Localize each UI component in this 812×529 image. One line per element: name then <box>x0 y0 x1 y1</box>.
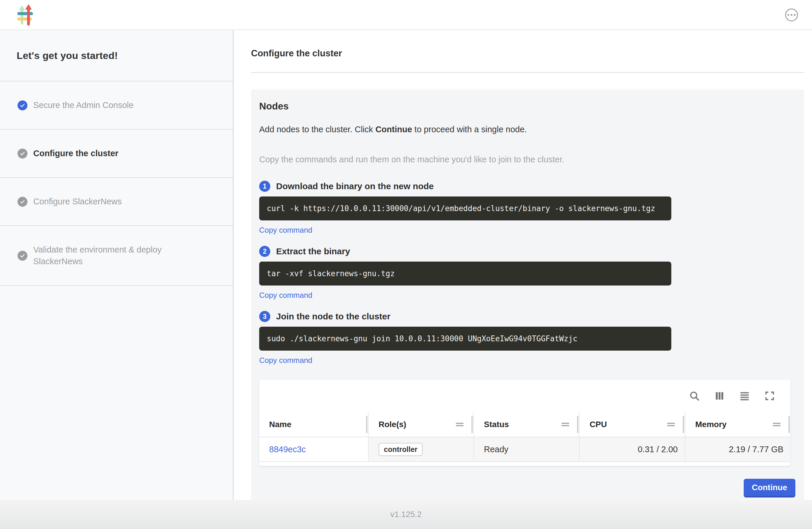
nodes-section-title: Nodes <box>259 101 795 112</box>
step-3-header: 3 Join the node to the cluster <box>259 311 795 322</box>
sidebar-item-validate-deploy[interactable]: Validate the environment & deploy Slacke… <box>0 226 233 286</box>
app-footer: v1.125.2 <box>0 500 812 529</box>
ellipsis-dot <box>794 14 796 16</box>
fullscreen-icon[interactable] <box>764 390 775 401</box>
column-label: Status <box>484 420 509 429</box>
step-1-copy-command-link[interactable]: Copy command <box>259 226 312 235</box>
table-toolbar <box>259 380 791 412</box>
columns-icon[interactable] <box>714 390 725 401</box>
app-window: Let's get you started! Secure the Admin … <box>0 0 812 529</box>
step-1-command-box: curl -k https://10.0.0.11:30000/api/v1/e… <box>259 197 671 220</box>
check-circle-icon <box>17 251 27 261</box>
sidebar-title: Let's get you started! <box>0 30 233 82</box>
sidebar-item-configure-slackernews[interactable]: Configure SlackerNews <box>0 178 233 226</box>
column-menu-icon[interactable] <box>456 423 464 426</box>
ellipsis-dot <box>787 14 789 16</box>
step-3-command-box: sudo ./slackernews-gnu join 10.0.0.11:30… <box>259 327 671 351</box>
slackernews-logo-icon <box>17 4 34 26</box>
column-header-cpu[interactable]: CPU <box>579 412 685 437</box>
continue-button[interactable]: Continue <box>744 479 795 498</box>
column-header-roles[interactable]: Role(s) <box>368 412 474 437</box>
step-1-header: 1 Download the binary on the new node <box>259 181 795 192</box>
step-3-title: Join the node to the cluster <box>276 312 391 321</box>
column-label: Memory <box>695 420 726 429</box>
column-label: Role(s) <box>379 420 406 429</box>
node-name-link[interactable]: 8849ec3c <box>269 445 306 454</box>
setup-steps-sidebar: Let's get you started! Secure the Admin … <box>0 30 233 500</box>
column-label: Name <box>269 420 291 429</box>
column-resize-handle[interactable] <box>683 416 684 433</box>
column-menu-icon[interactable] <box>773 423 781 426</box>
cell-node-roles: controller <box>368 437 474 462</box>
step-2-command-text: tar -xvf slackernews-gnu.tgz <box>267 269 395 278</box>
nodes-intro-text: Add nodes to the cluster. Click Continue… <box>259 125 795 134</box>
sidebar-item-label: Secure the Admin Console <box>33 100 133 111</box>
check-circle-icon <box>17 148 27 158</box>
role-chip: controller <box>379 443 423 456</box>
table-row: 8849ec3c controller Ready 0.31 / 2.00 2.… <box>259 437 791 462</box>
nodes-table-card: Name Role(s) Status <box>259 380 791 466</box>
cell-node-status: Ready <box>474 437 579 462</box>
step-1-command-text: curl -k https://10.0.0.11:30000/api/v1/e… <box>267 204 655 213</box>
step-1-title: Download the binary on the new node <box>276 181 434 191</box>
column-menu-icon[interactable] <box>667 423 675 426</box>
column-resize-handle[interactable] <box>788 416 790 433</box>
cell-node-cpu: 0.31 / 2.00 <box>579 437 685 462</box>
column-header-memory[interactable]: Memory <box>685 412 791 437</box>
intro-prefix: Add nodes to the cluster. Click <box>259 125 375 134</box>
check-circle-icon <box>17 197 27 207</box>
sidebar-item-configure-cluster[interactable]: Configure the cluster <box>0 130 233 178</box>
step-3-copy-command-link[interactable]: Copy command <box>259 356 312 365</box>
column-menu-icon[interactable] <box>562 423 569 426</box>
sidebar-item-secure-admin-console[interactable]: Secure the Admin Console <box>0 82 233 130</box>
step-3-number-badge: 3 <box>259 311 270 322</box>
column-resize-handle[interactable] <box>472 416 473 433</box>
step-2-number-badge: 2 <box>259 246 270 257</box>
card-actions: Continue <box>259 479 795 498</box>
column-header-status[interactable]: Status <box>474 412 579 437</box>
sidebar-item-label: Configure SlackerNews <box>33 196 122 207</box>
nodes-table: Name Role(s) Status <box>259 412 791 462</box>
intro-suffix: to proceed with a single node. <box>412 125 527 134</box>
nodes-card: Nodes Add nodes to the cluster. Click Co… <box>251 90 804 500</box>
step-1-number-badge: 1 <box>259 181 270 192</box>
version-label: v1.125.2 <box>390 510 421 519</box>
column-header-name[interactable]: Name <box>259 412 368 437</box>
sidebar-item-label: Configure the cluster <box>33 148 118 159</box>
step-2-title: Extract the binary <box>276 246 350 256</box>
column-resize-handle[interactable] <box>577 416 579 433</box>
step-3-command-text: sudo ./slackernews-gnu join 10.0.0.11:30… <box>267 334 577 343</box>
intro-bold: Continue <box>375 125 412 134</box>
nodes-hint-text: Copy the commands and run them on the ma… <box>259 155 795 165</box>
column-label: CPU <box>590 420 607 429</box>
table-header-row: Name Role(s) Status <box>259 412 791 437</box>
step-2-header: 2 Extract the binary <box>259 246 795 257</box>
step-2-command-box: tar -xvf slackernews-gnu.tgz <box>259 261 671 286</box>
search-icon[interactable] <box>689 390 700 401</box>
overflow-menu-button[interactable] <box>785 9 798 21</box>
column-resize-handle[interactable] <box>366 416 367 433</box>
title-divider <box>251 72 804 73</box>
ellipsis-dot <box>791 14 793 16</box>
density-icon[interactable] <box>739 390 750 401</box>
cell-node-memory: 2.19 / 7.77 GB <box>685 437 791 462</box>
page-title: Configure the cluster <box>251 48 804 59</box>
cell-node-name: 8849ec3c <box>259 437 368 462</box>
top-bar <box>0 0 812 30</box>
step-2-copy-command-link[interactable]: Copy command <box>259 291 312 300</box>
sidebar-item-label: Validate the environment & deploy Slacke… <box>33 244 197 267</box>
main-content: Configure the cluster Nodes Add nodes to… <box>233 30 812 500</box>
check-circle-icon <box>17 100 27 110</box>
